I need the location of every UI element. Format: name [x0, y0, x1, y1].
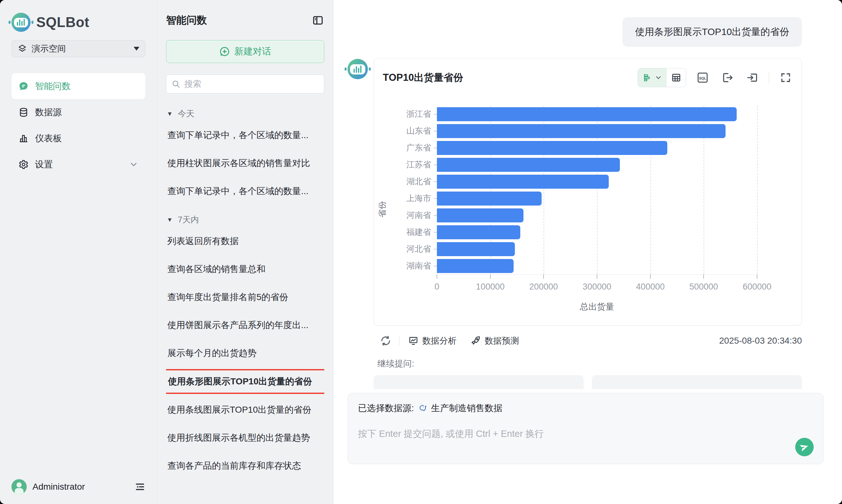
question-input-box[interactable]: 已选择数据源: 生产制造销售数据 按下 Enter 提交问题, 或使用 Ctrl…	[347, 393, 824, 464]
x-axis-title: 总出货量	[437, 301, 757, 312]
history-group-header[interactable]: ▼今天	[167, 108, 324, 119]
bar-row	[437, 207, 757, 224]
x-axis-tick-label: 0	[434, 282, 439, 292]
y-axis-label: 湖北省	[391, 173, 437, 190]
x-axis-tick	[543, 275, 544, 279]
follow-up-suggestion-pill[interactable]	[374, 375, 584, 389]
bar-row	[437, 139, 757, 156]
table-view-segment[interactable]	[667, 68, 686, 87]
history-item[interactable]: 查询下单记录中，各个区域的数量...	[166, 177, 324, 205]
bar-江苏省[interactable]	[437, 158, 620, 172]
bar-福建省[interactable]	[437, 225, 520, 239]
history-item[interactable]: 展示每个月的出货趋势	[166, 339, 324, 367]
group-label: 7天内	[178, 214, 199, 225]
y-axis-label: 浙江省	[391, 106, 437, 123]
sidebar: SQLBot 演示空间 智能问数	[0, 0, 157, 504]
plus-bubble-icon	[219, 46, 230, 57]
send-button[interactable]	[795, 438, 814, 456]
refresh-icon[interactable]	[380, 335, 391, 346]
view-sql-button[interactable]: SQL	[694, 69, 711, 86]
x-axis-tick-label: 500000	[689, 282, 718, 292]
workspace-caret-icon	[133, 47, 139, 51]
history-item[interactable]: 使用条线图展示TOP10出货量的省份	[166, 396, 324, 424]
layers-icon	[18, 44, 27, 53]
bot-avatar	[347, 59, 368, 79]
sidebar-item-smart-query[interactable]: 智能问数	[12, 73, 145, 99]
history-item-selected[interactable]: 使用条形图展示TOP10出货量的省份	[166, 369, 324, 394]
bar-row	[437, 190, 757, 207]
sidebar-item-dashboard[interactable]: 仪表板	[12, 125, 145, 151]
sqlbot-logo-icon	[12, 13, 31, 32]
bar-row	[437, 106, 757, 123]
sidebar-item-label: 数据源	[35, 106, 62, 119]
history-group-header[interactable]: ▼7天内	[167, 214, 324, 225]
chart-title: TOP10出货量省份	[383, 71, 638, 84]
follow-up-suggestions	[374, 375, 802, 389]
bar-上海市[interactable]	[437, 192, 542, 205]
horizontal-bar-chart-icon	[643, 73, 652, 83]
x-axis-tick	[757, 275, 757, 279]
search-box[interactable]	[166, 74, 324, 93]
history-item[interactable]: 查询各产品的当前库存和库存状态	[166, 452, 324, 480]
history-item[interactable]: 使用折线图展示各机型的出货量趋势	[166, 424, 324, 452]
fullscreen-button[interactable]	[777, 69, 794, 86]
follow-up-suggestion-pill[interactable]	[592, 375, 802, 389]
chart-view-segment[interactable]	[638, 68, 667, 87]
bar-河北省[interactable]	[437, 242, 515, 256]
history-item[interactable]: 查询年度出货量排名前5的省份	[166, 283, 324, 311]
data-analysis-button[interactable]: 数据分析	[408, 335, 456, 346]
sidebar-item-settings[interactable]: 设置	[12, 151, 145, 178]
y-axis-label: 上海市	[391, 190, 437, 207]
history-item[interactable]: 使用柱状图展示各区域的销售量对比	[166, 149, 324, 177]
history-item[interactable]: 查询各区域的销售量总和	[166, 255, 324, 283]
bar-河南省[interactable]	[437, 209, 523, 222]
sidebar-item-datasource[interactable]: 数据源	[12, 99, 145, 125]
bar-浙江省[interactable]	[437, 107, 737, 121]
y-axis-label: 广东省	[391, 139, 437, 156]
bar-row	[437, 257, 757, 274]
x-axis-tick-label: 200000	[529, 282, 558, 292]
y-axis-label: 山东省	[391, 123, 437, 139]
history-item[interactable]: 使用饼图展示各产品系列的年度出...	[166, 311, 324, 339]
x-axis-tick-label: 600000	[743, 282, 771, 292]
save-to-dashboard-button[interactable]	[744, 69, 760, 86]
panel-toggle-icon[interactable]	[311, 14, 324, 27]
question-input-placeholder: 按下 Enter 提交问题, 或使用 Ctrl + Enter 换行	[358, 428, 813, 440]
chevron-down-icon	[129, 160, 139, 169]
sidebar-item-label: 设置	[35, 159, 53, 170]
bar-chart: 省份 浙江省山东省广东省江苏省湖北省上海市河南省福建省河北省湖南省 010000…	[374, 106, 802, 312]
datasource-prefix: 已选择数据源:	[358, 402, 414, 414]
chat-bubble-icon	[18, 81, 29, 91]
workspace-select[interactable]: 演示空间	[12, 40, 145, 57]
gear-icon	[18, 159, 29, 169]
history-item[interactable]: 查询下单记录中，各个区域的数量...	[166, 121, 324, 149]
sidebar-user-row[interactable]: Administrator	[12, 479, 145, 494]
brand-name: SQLBot	[36, 14, 89, 30]
collapse-sidebar-icon[interactable]	[135, 481, 145, 492]
sidebar-item-label: 智能问数	[35, 80, 71, 92]
x-axis-tick	[703, 275, 704, 279]
brand-row: SQLBot	[12, 13, 145, 32]
bar-广东省[interactable]	[437, 141, 667, 155]
export-button[interactable]	[719, 69, 736, 86]
y-axis-label: 福建省	[391, 224, 437, 240]
data-forecast-button[interactable]: 数据预测	[471, 335, 519, 346]
new-chat-label: 新建对话	[234, 45, 271, 58]
y-axis-label: 江苏省	[391, 156, 437, 173]
plot-area	[437, 106, 757, 274]
group-label: 今天	[178, 108, 194, 119]
search-input[interactable]	[184, 79, 319, 89]
data-analysis-label: 数据分析	[422, 335, 456, 346]
workspace-label: 演示空间	[32, 43, 129, 54]
x-axis-tick-labels: 0100000200000300000400000500000600000	[437, 282, 767, 293]
new-chat-button[interactable]: 新建对话	[166, 40, 324, 63]
bar-山东省[interactable]	[437, 124, 725, 138]
postgresql-elephant-icon	[418, 403, 427, 413]
x-axis-tick	[436, 275, 437, 279]
chat-list-panel: 智能问数 新建对话 ▼今天查询	[157, 0, 334, 504]
bar-湖南省[interactable]	[437, 259, 514, 273]
history-item[interactable]: 列表返回所有数据	[166, 227, 324, 255]
bar-row	[437, 224, 757, 240]
bar-湖北省[interactable]	[437, 175, 609, 189]
data-forecast-label: 数据预测	[485, 335, 519, 346]
